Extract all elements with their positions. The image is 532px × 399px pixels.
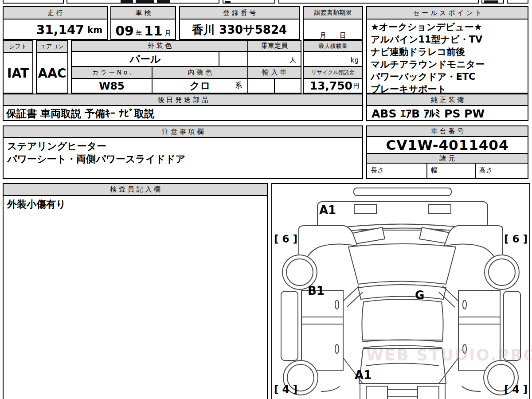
aircon-box: エアコン AAC [36,40,68,94]
equipment-value: ABS ｴｱB ｱﾙﾐ PS PW [367,106,528,121]
roof-shape [362,299,443,340]
roof-strip-shape [354,188,451,196]
aircon-header: エアコン [37,41,67,53]
inspection-month: 11 [144,23,163,39]
sales-point-item: ナビ連動ドラレコ前後 [371,46,524,58]
damage-code-left-door: B1 [308,285,325,297]
bumper-detail-right [429,204,451,214]
shift-box: シフト IAT [3,40,33,94]
mileage-unit: km [87,24,102,35]
inspector-header: 検 査 員 記 入 欄 [4,184,267,196]
payload-value: kg [304,52,362,67]
cropped-row-cell [3,0,64,4]
bumper-detail-left [354,204,376,214]
equipment-box: 純 正 装 備 ABS ｴｱB ｱﾙﾐ PS PW [366,94,528,121]
later-parts-header: 後 日 発 送 部 品 [4,94,362,106]
registration-value: 香川 330サ5824 [180,20,299,40]
inspection-box: 車 検 09 年 11 月 [110,6,176,40]
left-front-door-handle [335,300,339,309]
a-pillar-left-line [342,286,359,302]
tire-label-front-left: [ 6 ] [274,234,297,244]
mileage-header: 走 行 [4,7,107,20]
chassis-box: 車 台 番 号 CV1W-4011404 諸 元 長さ 幅 高さ [366,125,528,179]
front-wheel-right-inner [489,259,515,286]
cropped-row-cell [278,0,479,4]
dimensions-header: 諸 元 [367,154,528,164]
tire-label-front-right: [ 6 ] [504,234,528,244]
exterior-color-header: 外 装 色 [72,41,248,52]
recycle-fee-value: 13,750 円 [304,79,362,93]
length-label: 長さ [367,164,427,178]
sales-point-item: マルチアラウンドモニター [371,58,524,70]
color-no-value: W85 [72,79,153,93]
sales-point-item: パワーバックドア・ETC [371,70,524,83]
recycle-fee-unit: 円 [353,82,360,90]
height-label: 高さ [476,164,528,178]
inspector-value: 外装小傷有り [4,196,267,213]
import-value-cell-b [275,79,301,93]
color-no-header: カ ラ ー N o . [72,67,153,79]
transfer-deadline-box: 譲渡書類期限 月 日 [303,6,363,40]
interior-color-header: 内 装 色 [153,67,248,79]
later-parts-value: 保証書 車両取説 予備ｷｰ ﾅﾋﾞ取説 [4,106,362,121]
notes-box: 注 意 事 項 欄 ステアリングヒーター パワーシート・両側パワースライドドア [3,125,363,179]
rear-bumper-detail-right [418,386,439,399]
inspection-header: 車 検 [111,7,175,20]
interior-color-value: クロ 系 [153,79,248,93]
recycle-fee-header: リサイクル預託金 [304,67,362,79]
watermark-text: WEB STUDIO.PRO [366,346,532,364]
notes-line: パワーシート・両側パワースライドドア [7,153,359,165]
cropped-text-remnant [136,0,154,3]
damage-code-rear: A1 [355,369,372,381]
auction-sheet: 走 行 31,147 km 車 検 09 年 11 月 登 録 番 号 香川 3… [0,0,532,399]
notes-content: ステアリングヒーター パワーシート・両側パワースライドドア [4,138,362,167]
rear-bumper-detail-left [366,386,387,399]
sales-point-box: セ ー ル ス ポ イ ン ト ★オークションデビュー★ アルパイン11型ナビ・… [366,6,528,94]
color-spec-box: 外 装 色 乗車定員 パール 人 カ ラ ー N o . 内 装 色 輸 入 車… [71,40,301,94]
cropped-text-remnant [484,0,498,3]
registration-header: 登 録 番 号 [180,7,299,20]
inspection-year-unit: 年 [136,29,142,38]
right-rear-corner-line [462,386,481,391]
front-wheel-left-inner [286,259,313,286]
tire-label-rear-left: [ 4 ] [274,384,297,395]
import-header: 輸 入 車 [248,67,301,79]
right-front-door-handle [463,300,466,309]
recycle-fee-number: 13,750 [310,79,352,92]
payload-box: 最大積載量 kg リサイクル預託金 13,750 円 [303,40,363,94]
capacity-value: 人 [248,52,301,67]
notes-line: ステアリングヒーター [7,140,359,153]
later-parts-box: 後 日 発 送 部 品 保証書 車両取説 予備ｷｰ ﾅﾋﾞ取説 [3,94,363,121]
mileage-number: 31,147 [36,23,84,37]
import-value-cell-a [248,79,275,93]
rear-bumper-center-band [387,389,418,397]
cropped-row-cell [507,0,528,4]
interior-color-name: クロ [189,79,210,93]
mileage-box: 走 行 31,147 km [3,6,108,40]
mileage-value: 31,147 km [4,20,107,40]
inspection-year: 09 [115,23,134,39]
damage-code-front-bumper: A1 [319,204,336,216]
sales-point-item: ★オークションデビュー★ [371,21,524,33]
transfer-deadline-header: 譲渡書類期限 [304,7,362,20]
windshield-shape [358,285,446,299]
sales-point-item: アルパイン11型ナビ・TV [371,33,524,46]
capacity-header: 乗車定員 [248,41,301,52]
car-diagram-box: WEB STUDIO.PRO A1 [ 6 ] [ 6 ] B1 G A1 [ … [271,183,530,399]
payload-header: 最大積載量 [304,41,362,52]
hood-shape [348,244,456,284]
left-rear-corner-line [321,386,340,391]
chassis-header: 車 台 番 号 [367,126,528,137]
shift-header: シフト [4,41,32,53]
damage-code-glass: G [415,289,424,301]
left-sill-shape [281,291,298,360]
width-label: 幅 [427,164,476,178]
left-rear-door-handle [335,344,339,353]
a-pillar-left-line2 [347,292,363,307]
sales-point-header: セ ー ル ス ポ イ ン ト [367,7,528,20]
shift-value: IAT [4,53,32,94]
equipment-header: 純 正 装 備 [367,94,528,106]
cropped-text-remnant [121,0,133,3]
notes-header: 注 意 事 項 欄 [4,126,362,138]
chassis-value: CV1W-4011404 [367,137,528,154]
